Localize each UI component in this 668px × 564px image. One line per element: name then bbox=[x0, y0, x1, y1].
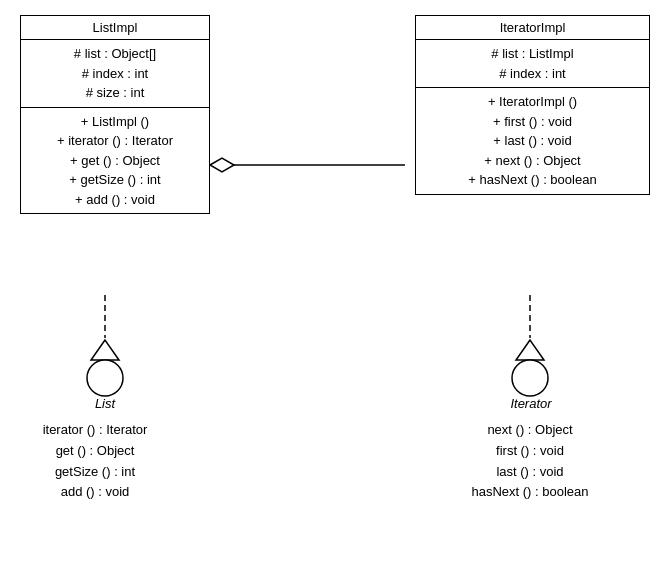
listimpl-attributes: # list : Object[] # index : int # size :… bbox=[21, 40, 209, 108]
iteratorimpl-attributes: # list : ListImpl # index : int bbox=[416, 40, 649, 88]
iteratorimpl-class: IteratorImpl # list : ListImpl # index :… bbox=[415, 15, 650, 195]
iterator-method-0: next () : Object bbox=[440, 420, 620, 441]
listimpl-attr-1: # index : int bbox=[29, 64, 201, 84]
uml-diagram: ListImpl # list : Object[] # index : int… bbox=[0, 0, 668, 564]
svg-marker-1 bbox=[210, 158, 234, 172]
svg-marker-3 bbox=[91, 340, 119, 360]
listimpl-method-4: + add () : void bbox=[29, 190, 201, 210]
list-interface-label: List bbox=[60, 396, 150, 411]
iteratorimpl-method-3: + next () : Object bbox=[424, 151, 641, 171]
list-method-0: iterator () : Iterator bbox=[15, 420, 175, 441]
iteratorimpl-method-1: + first () : void bbox=[424, 112, 641, 132]
iterator-label: Iterator bbox=[490, 396, 572, 411]
iteratorimpl-title: IteratorImpl bbox=[416, 16, 649, 40]
listimpl-attr-0: # list : Object[] bbox=[29, 44, 201, 64]
listimpl-method-3: + getSize () : int bbox=[29, 170, 201, 190]
iterator-interface-label: Iterator bbox=[490, 396, 572, 411]
iteratorimpl-attr-1: # index : int bbox=[424, 64, 641, 84]
list-interface-methods: iterator () : Iterator get () : Object g… bbox=[15, 420, 175, 503]
iterator-method-1: first () : void bbox=[440, 441, 620, 462]
iteratorimpl-method-2: + last () : void bbox=[424, 131, 641, 151]
list-method-2: getSize () : int bbox=[15, 462, 175, 483]
listimpl-title: ListImpl bbox=[21, 16, 209, 40]
svg-point-7 bbox=[512, 360, 548, 396]
listimpl-method-2: + get () : Object bbox=[29, 151, 201, 171]
list-label: List bbox=[60, 396, 150, 411]
iteratorimpl-attr-0: # list : ListImpl bbox=[424, 44, 641, 64]
listimpl-attr-2: # size : int bbox=[29, 83, 201, 103]
iterator-interface-methods: next () : Object first () : void last ()… bbox=[440, 420, 620, 503]
list-method-3: add () : void bbox=[15, 482, 175, 503]
listimpl-class: ListImpl # list : Object[] # index : int… bbox=[20, 15, 210, 214]
listimpl-method-1: + iterator () : Iterator bbox=[29, 131, 201, 151]
listimpl-method-0: + ListImpl () bbox=[29, 112, 201, 132]
iterator-method-2: last () : void bbox=[440, 462, 620, 483]
iterator-method-3: hasNext () : boolean bbox=[440, 482, 620, 503]
iteratorimpl-method-0: + IteratorImpl () bbox=[424, 92, 641, 112]
svg-point-6 bbox=[87, 360, 123, 396]
list-method-1: get () : Object bbox=[15, 441, 175, 462]
svg-marker-5 bbox=[516, 340, 544, 360]
iteratorimpl-methods: + IteratorImpl () + first () : void + la… bbox=[416, 88, 649, 194]
listimpl-methods: + ListImpl () + iterator () : Iterator +… bbox=[21, 108, 209, 214]
iteratorimpl-method-4: + hasNext () : boolean bbox=[424, 170, 641, 190]
